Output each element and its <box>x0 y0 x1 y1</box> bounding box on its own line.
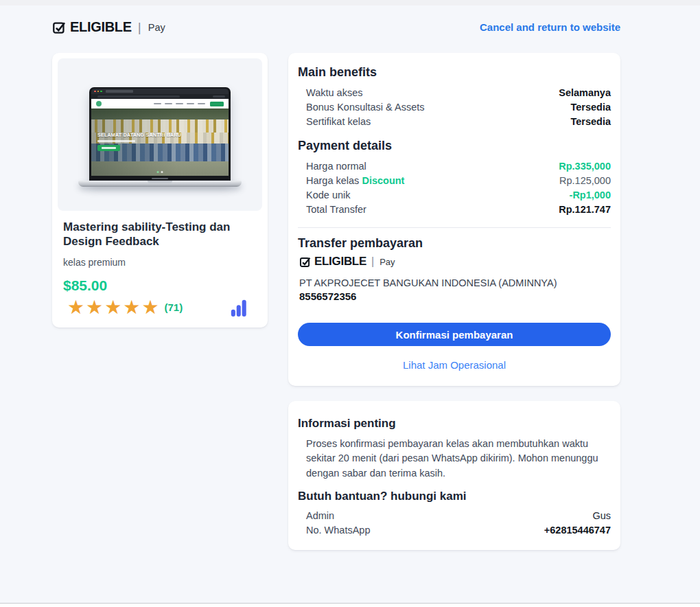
important-info-card: Informasi penting Proses konfirmasi pemb… <box>288 401 620 550</box>
payment-label: Kode unik <box>306 188 351 203</box>
product-image: SELAMAT DATANG SANTRI BARU <box>58 58 262 211</box>
payment-rows: Harga normal Rp.335,000 Harga kelas Disc… <box>298 159 611 217</box>
transfer-brand-logo: ELIGIBLE | Pay <box>298 255 611 268</box>
laptop-bottom-bezel <box>91 176 229 181</box>
payment-row: Kode unik -Rp1,000 <box>298 188 611 203</box>
product-category: kelas premium <box>63 257 257 268</box>
contact-rows: Admin Gus No. WhatsApp +62815446747 <box>298 509 611 538</box>
hero-title: SELAMAT DATANG SANTRI BARU <box>97 133 181 137</box>
site-hero: SELAMAT DATANG SANTRI BARU <box>91 108 229 176</box>
brand-logo: ELIGIBLE | Pay <box>52 19 165 35</box>
payment-total-value: Rp.121.747 <box>559 203 611 217</box>
transfer-heading: Transfer pembayaran <box>298 236 611 251</box>
confirm-payment-button[interactable]: Konfirmasi pembayaran <box>298 323 611 346</box>
contact-label: Admin <box>306 509 334 523</box>
main-content: SELAMAT DATANG SANTRI BARU Mastering sab… <box>52 53 620 550</box>
divider <box>298 227 611 228</box>
contact-row: No. WhatsApp +62815446747 <box>298 523 611 538</box>
contact-label: No. WhatsApp <box>306 523 371 538</box>
browser-url-bar <box>91 94 229 99</box>
site-nav-bar <box>91 99 229 108</box>
contact-row: Admin Gus <box>298 509 611 523</box>
laptop-mockup: SELAMAT DATANG SANTRI BARU <box>89 87 231 187</box>
benefits-rows: Waktu akses Selamanya Bonus Konsultasi &… <box>298 86 611 129</box>
benefit-value: Tersedia <box>570 100 611 115</box>
benefit-label: Sertifikat kelas <box>306 115 371 129</box>
right-column: Main benefits Waktu akses Selamanya Bonu… <box>288 53 620 550</box>
brand-separator: | <box>371 255 374 268</box>
hero-carousel-dots <box>157 171 163 173</box>
product-card: SELAMAT DATANG SANTRI BARU Mastering sab… <box>52 53 268 328</box>
star-rating-icons: ★★★★★ <box>67 297 161 319</box>
site-nav-button <box>210 102 224 106</box>
payment-label: Total Transfer <box>306 203 366 217</box>
contact-value: Gus <box>592 509 611 523</box>
benefit-value: Selamanya <box>559 86 611 100</box>
order-summary-card: Main benefits Waktu akses Selamanya Bonu… <box>288 53 620 386</box>
cancel-return-link[interactable]: Cancel and return to website <box>480 21 620 33</box>
payment-value: -Rp1,000 <box>570 188 611 203</box>
laptop-base <box>78 181 242 187</box>
payment-value: Rp.125,000 <box>559 174 611 188</box>
rating-row: ★★★★★ (71) <box>67 297 253 319</box>
site-logo-icon <box>96 101 102 106</box>
info-heading: Informasi penting <box>298 417 611 431</box>
site-nav-links <box>154 103 205 104</box>
operational-hours-link[interactable]: Lihat Jam Operasional <box>298 359 611 371</box>
benefits-heading: Main benefits <box>298 65 611 80</box>
header: ELIGIBLE | Pay Cancel and return to webs… <box>52 19 620 35</box>
url-field <box>97 95 180 98</box>
hero-shade <box>91 108 229 176</box>
brand-name: ELIGIBLE <box>70 19 132 35</box>
rating-count: (71) <box>165 301 183 313</box>
payment-row: Harga normal Rp.335,000 <box>298 159 611 174</box>
brand-separator: | <box>138 20 141 35</box>
benefit-label: Bonus Konsultasi & Assets <box>306 100 425 115</box>
bar-chart-icon <box>229 298 248 317</box>
top-strip <box>0 0 700 5</box>
payment-label: Harga kelas Discount <box>306 174 404 188</box>
payment-row: Harga kelas Discount Rp.125,000 <box>298 174 611 188</box>
brand-name: ELIGIBLE <box>314 255 366 268</box>
brand-suffix: Pay <box>380 257 395 267</box>
payment-value: Rp.335,000 <box>559 159 611 174</box>
benefit-row: Bonus Konsultasi & Assets Tersedia <box>298 100 611 115</box>
benefit-row: Waktu akses Selamanya <box>298 86 611 100</box>
benefit-value: Tersedia <box>570 115 611 129</box>
benefit-row: Sertifikat kelas Tersedia <box>298 115 611 129</box>
browser-tab <box>106 90 133 93</box>
checkbox-check-icon <box>299 255 312 268</box>
browser-tab-bar <box>91 89 229 94</box>
product-title: Mastering sability-Testing dan Design Fe… <box>63 220 257 249</box>
product-price: $85.00 <box>63 277 257 294</box>
hero-subtext <box>97 140 135 142</box>
hero-cta-button <box>97 145 120 151</box>
traffic-light-yellow <box>97 91 100 93</box>
transfer-company-name: PT AKPROJECET BANGUKAN INDONESIA (ADMINN… <box>298 277 611 288</box>
traffic-light-green <box>100 91 102 93</box>
page-bottom-edge <box>0 603 700 607</box>
whatsapp-number: +62815446747 <box>544 523 611 538</box>
payment-row: Total Transfer Rp.121.747 <box>298 203 611 217</box>
laptop-screen: SELAMAT DATANG SANTRI BARU <box>89 87 231 181</box>
transfer-account-number: 8556572356 <box>298 290 611 302</box>
payment-heading: Payment details <box>298 139 611 153</box>
payment-label: Harga normal <box>306 159 366 174</box>
traffic-light-red <box>94 91 96 93</box>
brand-suffix: Pay <box>148 22 165 33</box>
browser-icons <box>213 95 225 98</box>
checkbox-check-icon <box>52 20 67 34</box>
benefit-label: Waktu akses <box>306 86 362 100</box>
help-heading: Butuh bantuan? hubungi kami <box>298 490 611 503</box>
checkout-page: ELIGIBLE | Pay Cancel and return to webs… <box>0 0 700 607</box>
info-body-text: Proses konfirmasi pembayaran kelas akan … <box>298 437 611 481</box>
discount-badge: Discount <box>362 175 404 186</box>
